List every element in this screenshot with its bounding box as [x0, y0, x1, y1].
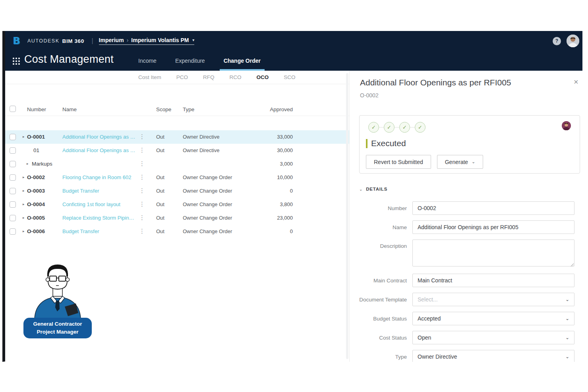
row-checkbox[interactable] — [10, 215, 16, 221]
subtab-cost-item[interactable]: Cost Item — [138, 74, 161, 80]
expand-row-icon[interactable]: ▸ — [23, 189, 27, 193]
details-section-toggle[interactable]: ⌄ DETAILS — [359, 187, 387, 191]
vertical-scrollbar[interactable] — [346, 73, 348, 359]
main-contract-field[interactable] — [412, 274, 574, 287]
expand-row-icon[interactable]: ▸ — [23, 216, 27, 220]
status-card: ✓ ✓ ✓ ✓ — [359, 115, 580, 174]
revert-to-submitted-button[interactable]: Revert to Submitted — [366, 155, 431, 169]
user-avatar[interactable] — [567, 35, 579, 47]
table-row[interactable]: ▸ Markups ⋮ 3,000 — [5, 157, 349, 171]
tab-income[interactable]: Income — [138, 51, 157, 71]
row-type: Owner Directive — [183, 147, 219, 153]
type-select[interactable]: Owner Directive ⌄ — [412, 350, 574, 362]
subtab-oco[interactable]: OCO — [257, 74, 269, 80]
tab-expenditure[interactable]: Expenditure — [175, 51, 205, 71]
row-name-link[interactable]: Replace Existing Storm Piping at... — [62, 215, 136, 221]
row-checkbox[interactable] — [10, 174, 16, 181]
table-row[interactable]: ▸ O-0001 Additional Floor Openings as pe… — [5, 130, 349, 144]
column-header-scope[interactable]: Scope — [156, 106, 171, 112]
row-approved: 3,000 — [253, 161, 293, 167]
cost-status-select[interactable]: Open ⌄ — [412, 331, 574, 344]
column-header-number[interactable]: Number — [27, 106, 46, 112]
content-body: Cost Item PCO RFQ RCO OCO SCO Number Nam… — [5, 71, 582, 362]
table-row[interactable]: ▸ O-0006 Budget Transfer ⋮ Out Owner Cha… — [5, 225, 349, 238]
row-type: Owner Change Order — [183, 215, 232, 221]
column-header-name[interactable]: Name — [62, 106, 77, 112]
column-header-approved[interactable]: Approved — [253, 106, 293, 112]
field-label-number: Number — [350, 205, 412, 211]
row-approved: 3,800 — [253, 201, 293, 207]
field-label-type: Type — [350, 354, 412, 360]
row-checkbox[interactable] — [10, 161, 16, 167]
row-checkbox[interactable] — [10, 228, 16, 235]
row-checkbox[interactable] — [10, 134, 16, 140]
chevron-down-icon: ⌄ — [565, 335, 569, 340]
description-field[interactable] — [412, 239, 574, 266]
tab-change-order[interactable]: Change Order — [224, 51, 261, 71]
detail-title: Additional Floor Openings as per RFI005 — [360, 78, 567, 87]
budget-status-select[interactable]: Accepted ⌄ — [412, 312, 574, 325]
row-menu-icon[interactable]: ⋮ — [139, 214, 145, 221]
row-name-link[interactable]: Additional Floor Openings as per... — [62, 147, 136, 153]
table-row[interactable]: 01 Additional Floor Openings as per... ⋮… — [5, 144, 349, 157]
number-field[interactable] — [412, 201, 574, 215]
row-menu-icon[interactable]: ⋮ — [139, 133, 145, 140]
table-row[interactable]: ▸ O-0005 Replace Existing Storm Piping a… — [5, 211, 349, 225]
subtab-rco[interactable]: RCO — [230, 74, 242, 80]
nav-bar: Cost Management Income Expenditure Chang… — [5, 51, 582, 71]
generate-button[interactable]: Generate ⌄ — [437, 155, 484, 169]
expand-row-icon[interactable]: ▸ — [23, 135, 27, 139]
field-label-description: Description — [350, 239, 412, 249]
subtab-sco[interactable]: SCO — [284, 74, 295, 80]
close-icon[interactable]: × — [574, 78, 578, 86]
row-checkbox[interactable] — [10, 201, 16, 208]
row-checkbox[interactable] — [10, 147, 16, 154]
table-row[interactable]: ▸ O-0003 Budget Transfer ⋮ Out Owner Cha… — [5, 184, 349, 198]
row-name-link[interactable]: Budget Transfer — [62, 228, 136, 234]
user-avatar-image — [567, 35, 579, 47]
assignee-avatar[interactable] — [562, 121, 571, 130]
person-cartoon-image — [30, 264, 85, 319]
apps-grid-icon[interactable] — [13, 58, 20, 65]
expand-row-icon[interactable]: ▸ — [23, 175, 27, 179]
resize-handle-icon[interactable] — [571, 263, 574, 266]
row-number: O-0004 — [27, 201, 45, 207]
status-line: Executed — [366, 139, 406, 148]
expand-row-icon[interactable]: ▸ — [23, 202, 27, 206]
expand-row-icon[interactable]: ▸ — [27, 162, 31, 166]
field-label-name: Name — [350, 224, 412, 230]
column-header-type[interactable]: Type — [183, 106, 194, 112]
help-button[interactable]: ? — [553, 37, 561, 45]
table-row[interactable]: ▸ O-0004 Conficting 1st floor layout ⋮ O… — [5, 198, 349, 211]
row-checkbox[interactable] — [10, 188, 16, 194]
status-actions: Revert to Submitted Generate ⌄ — [366, 155, 483, 169]
breadcrumb-hub[interactable]: Imperium — [99, 37, 124, 43]
row-type: Owner Directive — [183, 134, 219, 140]
table-header: Number Name Scope Type Approved — [5, 104, 349, 116]
document-template-select[interactable]: Select... ⌄ — [412, 293, 574, 306]
step-check-icon: ✓ — [415, 122, 426, 133]
row-menu-icon[interactable]: ⋮ — [139, 147, 145, 154]
row-menu-icon[interactable]: ⋮ — [139, 160, 145, 167]
row-name-link[interactable]: Additional Floor Openings as per... — [62, 134, 136, 140]
name-field[interactable] — [412, 220, 574, 234]
row-name-link[interactable]: Conficting 1st floor layout — [62, 201, 136, 207]
breadcrumb[interactable]: Imperium › Imperium Volantis PM ▾ — [99, 37, 194, 45]
subtab-pco[interactable]: PCO — [176, 74, 188, 80]
row-name-link[interactable]: Budget Transfer — [62, 188, 136, 194]
subtab-rfq[interactable]: RFQ — [203, 74, 215, 80]
expand-row-icon[interactable]: ▸ — [23, 229, 27, 233]
breadcrumb-project[interactable]: Imperium Volantis PM — [131, 37, 189, 43]
table-row[interactable]: ▸ O-0002 Flooring Change in Room 602 ⋮ O… — [5, 171, 349, 184]
row-name-link[interactable]: Flooring Change in Room 602 — [62, 174, 136, 180]
chevron-down-icon: ⌄ — [565, 354, 569, 359]
field-label-main-contract: Main Contract — [350, 278, 412, 284]
row-menu-icon[interactable]: ⋮ — [139, 201, 145, 208]
row-number: O-0003 — [27, 188, 45, 194]
row-menu-icon[interactable]: ⋮ — [139, 228, 145, 235]
step-connector — [379, 127, 384, 128]
row-menu-icon[interactable]: ⋮ — [139, 187, 145, 194]
select-all-checkbox[interactable] — [10, 106, 16, 112]
row-menu-icon[interactable]: ⋮ — [139, 174, 145, 181]
divider-pipe: | — [91, 37, 93, 44]
